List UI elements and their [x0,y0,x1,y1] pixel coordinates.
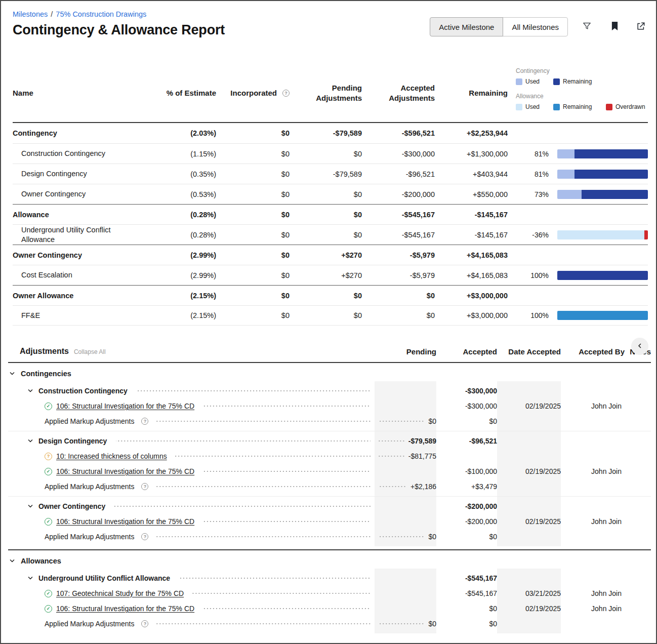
row-percent-remaining: 81% [508,170,549,178]
pending-value: $0 [428,620,436,628]
incorporated-help-icon[interactable]: ? [282,90,290,97]
adjustment-item-row: ✓106: Structural Investigation for the 7… [8,398,651,414]
row-remaining: -$145,167 [435,211,508,219]
block-label-cell: Construction Contingency [8,387,375,395]
markup-help-icon[interactable]: ? [141,418,148,425]
adjustment-link[interactable]: 10: Increased thickness of columns [56,452,167,460]
active-milestone-button[interactable]: Active Milestone [430,17,503,36]
summary-group-row: Owner Contingency(2.99%)$0+$270-$5,979+$… [13,245,648,265]
accepted-value: -$96,521 [469,437,497,445]
dotted-leader [114,506,371,507]
pending-cell [375,586,436,601]
column-accepted: Accepted [436,347,497,356]
collapse-panel-button[interactable] [631,338,648,355]
pending-cell [375,398,436,414]
dotted-leader [202,521,371,522]
chevron-down-icon[interactable] [27,503,33,509]
markup-help-icon[interactable]: ? [141,483,148,490]
export-icon [636,21,646,33]
title-block: Milestones/75% Construction Drawings Con… [13,10,225,38]
accepted-value: $0 [489,417,497,425]
row-pending-adjustments: $0 [290,292,362,300]
accepted-check-icon: ✓ [45,468,52,475]
item-label-cell: Applied Markup Adjustments? [8,417,375,425]
adjustment-item-row: ✓106: Structural Investigation for the 7… [8,601,651,616]
bookmark-button[interactable] [609,19,621,34]
accepted-value: $0 [489,605,497,613]
bar-segment-allow_remaining [557,311,648,320]
row-percent-remaining: 73% [508,190,549,198]
adjustments-group-header[interactable]: Allowances [8,553,651,569]
contingency-used-swatch [516,78,522,85]
dotted-leader [379,536,424,537]
breadcrumb-current[interactable]: 75% Construction Drawings [56,10,146,18]
adjustment-link[interactable]: 106: Structural Investigation for the 75… [56,605,194,613]
accepted-cell: $0 [436,601,497,616]
row-incorporated: $0 [216,231,290,239]
all-milestones-button[interactable]: All Milestones [503,17,568,36]
row-incorporated: $0 [216,211,290,219]
collapse-all-button[interactable]: Collapse All [74,348,106,355]
block-label-cell: Design Contingency [8,437,375,445]
row-remaining: +$2,253,944 [435,129,508,137]
accepted-cell: -$100,000 [436,464,497,479]
accepted-cell: $0 [436,414,497,429]
breadcrumb-milestones[interactable]: Milestones [13,10,48,18]
summary-data-row: Owner Contingency(0.53%)$0$0-$200,000+$5… [13,184,648,204]
item-label: Applied Markup Adjustments [45,620,134,628]
row-bar-cell [549,271,648,280]
row-bar-cell [549,230,648,239]
row-remaining: +$1,300,000 [435,150,508,158]
adjustments-group-header[interactable]: Contingencies [8,366,651,381]
adjustment-link[interactable]: 106: Structural Investigation for the 75… [56,517,194,526]
row-incorporated: $0 [216,150,290,158]
adjustments-group: AllowancesUnderground Utility Conflict A… [8,549,651,633]
pending-cell: +$2,186 [375,479,436,494]
pending-cell [375,514,436,529]
adjustments-group: ContingenciesConstruction Contingency-$3… [8,366,651,546]
dotted-leader [379,486,406,487]
item-label-cell: Applied Markup Adjustments? [8,620,375,628]
row-incorporated: $0 [216,311,290,319]
row-pending-adjustments: -$79,589 [290,170,362,178]
chevron-down-icon[interactable] [9,558,15,564]
row-remaining: +$4,165,083 [435,271,508,279]
header-controls: Active Milestone All Milestones [430,17,648,36]
date-accepted-cell: 02/19/2025 [497,467,561,475]
row-remaining: +$3,000,000 [435,311,508,319]
chevron-down-icon[interactable] [27,438,33,444]
dotted-leader [179,578,371,579]
chevron-down-icon[interactable] [27,575,33,581]
adjustment-link[interactable]: 106: Structural Investigation for the 75… [56,402,194,410]
row-bar-cell [549,311,648,320]
column-name: Name [13,88,153,98]
dotted-leader [156,421,371,422]
row-pending-adjustments: $0 [290,311,362,319]
dotted-leader [202,406,371,407]
accepted-value: -$200,000 [465,517,497,526]
pending-cell [375,601,436,616]
chevron-down-icon[interactable] [27,388,33,394]
filter-button[interactable] [580,19,594,34]
bar-segment-cont_used [557,190,582,199]
row-percent-remaining: 100% [508,311,549,319]
pending-cell [375,571,436,586]
row-pending-adjustments: +$270 [290,251,362,259]
export-button[interactable] [634,19,648,35]
adjustments-body: ContingenciesConstruction Contingency-$3… [8,366,651,633]
chevron-down-icon[interactable] [9,371,15,377]
adjustment-block: Construction Contingency-$300,000✓106: S… [8,381,651,431]
accepted-value: -$300,000 [465,402,497,410]
block-header-row: Owner Contingency-$200,000 [8,499,651,514]
legend-contingency-used: Used [516,78,553,85]
pending-cell [375,383,436,398]
markup-help-icon[interactable]: ? [141,533,148,540]
column-incorporated: Incorporated ? [216,88,290,98]
accepted-check-icon: ✓ [45,590,52,597]
markup-help-icon[interactable]: ? [141,620,148,627]
adjustment-link[interactable]: 107: Geotechnical Study for the 75% CD [56,589,184,597]
adjustment-link[interactable]: 106: Structural Investigation for the 75… [56,467,194,475]
row-accepted-adjustments: -$96,521 [362,170,435,178]
accepted-value: -$545,167 [465,589,497,597]
item-label-cell: ✓106: Structural Investigation for the 7… [8,605,375,613]
